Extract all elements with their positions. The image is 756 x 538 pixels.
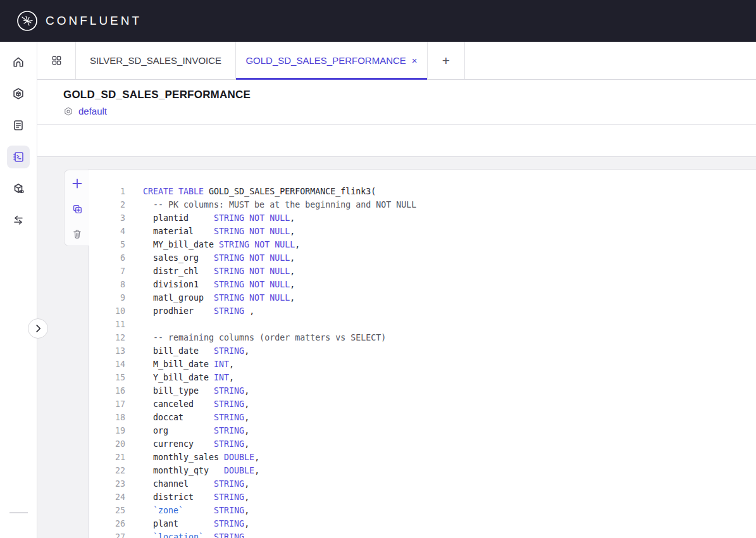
code-line: 4 material STRING NOT NULL,	[89, 225, 756, 238]
delete-cell-button[interactable]	[70, 227, 85, 242]
code-line: 9 matl_group STRING NOT NULL,	[89, 291, 756, 304]
line-content: channel STRING,	[143, 477, 249, 491]
chevron-right-icon	[28, 318, 47, 339]
line-number: 7	[89, 265, 125, 278]
line-number: 27	[89, 530, 125, 538]
line-content: -- PK columns: MUST be at the beginning …	[143, 198, 416, 211]
code-line: 20 currency STRING,	[89, 437, 756, 451]
home-icon	[12, 56, 25, 68]
plus-icon	[71, 178, 83, 189]
cell-toolbar	[64, 170, 89, 246]
code-line: 10 prodhier STRING ,	[89, 304, 756, 318]
page-title: GOLD_SD_SALES_PERFORMANCE	[63, 89, 756, 101]
add-tab-button[interactable]: +	[427, 42, 465, 79]
sidebar-item-home[interactable]	[7, 51, 30, 73]
trash-icon	[71, 228, 83, 240]
line-number: 10	[89, 304, 125, 318]
confluent-spark-icon	[16, 10, 38, 32]
code-line: 5 MY_bill_date STRING NOT NULL,	[89, 238, 756, 251]
transfer-icon	[12, 214, 25, 227]
sidebar-item-connectors[interactable]	[7, 177, 30, 200]
workspace-tabbar: SILVER_SD_SALES_INVOICEGOLD_SD_SALES_PER…	[37, 42, 756, 80]
line-content: bill_date STRING,	[143, 344, 249, 358]
line-number: 17	[89, 397, 125, 411]
line-content: division1 STRING NOT NULL,	[143, 278, 295, 291]
duplicate-icon	[71, 203, 83, 215]
sidebar-item-topics[interactable]	[7, 114, 30, 137]
grid-icon	[51, 55, 62, 66]
line-content: monthly_sales DOUBLE,	[143, 451, 259, 464]
line-number: 21	[89, 451, 125, 464]
line-content: matl_group STRING NOT NULL,	[143, 291, 295, 304]
workspaces-grid-button[interactable]	[37, 42, 75, 79]
line-number: 26	[89, 517, 125, 530]
line-number: 16	[89, 384, 125, 397]
line-number: 2	[89, 198, 125, 211]
expand-panel-button[interactable]	[28, 318, 48, 339]
line-number: 13	[89, 344, 125, 358]
line-content: M_bill_date INT,	[143, 358, 234, 371]
line-number: 3	[89, 211, 125, 225]
line-number: 4	[89, 225, 125, 238]
sidebar-item-transfer[interactable]	[7, 209, 30, 232]
code-line: 24 district STRING,	[89, 491, 756, 504]
environments-icon	[12, 87, 25, 100]
line-number: 24	[89, 491, 125, 504]
code-line: 11	[89, 318, 756, 331]
code-line: 13 bill_date STRING,	[89, 344, 756, 358]
line-number: 9	[89, 291, 125, 304]
line-content: sales_org STRING NOT NULL,	[143, 251, 295, 265]
line-number: 11	[89, 318, 125, 331]
line-content: `location` STRING,	[143, 530, 249, 538]
line-content: doccat STRING,	[143, 411, 249, 424]
line-content: MY_bill_date STRING NOT NULL,	[143, 238, 300, 251]
line-number: 22	[89, 464, 125, 477]
line-content: currency STRING,	[143, 437, 249, 451]
line-number: 18	[89, 411, 125, 424]
line-content: Y_bill_date INT,	[143, 371, 234, 384]
code-line: 19 org STRING,	[89, 424, 756, 437]
brand-name: CONFLUENT	[46, 14, 142, 28]
code-lines: 1CREATE TABLE GOLD_SD_SALES_PERFORMANCE_…	[89, 185, 756, 538]
tab-label: SILVER_SD_SALES_INVOICE	[90, 55, 221, 66]
line-content: plantid STRING NOT NULL,	[143, 211, 295, 225]
close-tab-icon[interactable]: ×	[412, 56, 418, 65]
sql-code-editor[interactable]: 1CREATE TABLE GOLD_SD_SALES_PERFORMANCE_…	[89, 169, 756, 538]
sidebar-item-environments[interactable]	[7, 82, 30, 105]
confluent-logo[interactable]: CONFLUENT	[16, 10, 142, 32]
connectors-icon	[12, 182, 25, 195]
code-line: 14 M_bill_date INT,	[89, 358, 756, 371]
code-line: 18 doccat STRING,	[89, 411, 756, 424]
line-content: `zone` STRING,	[143, 504, 249, 517]
line-content: plant STRING,	[143, 517, 249, 530]
code-line: 8 division1 STRING NOT NULL,	[89, 278, 756, 291]
line-content: prodhier STRING ,	[143, 304, 254, 318]
environment-icon	[63, 106, 73, 116]
line-number: 8	[89, 278, 125, 291]
add-cell-button[interactable]	[70, 176, 85, 191]
environment-link[interactable]: default	[78, 106, 107, 116]
code-line: 21 monthly_sales DOUBLE,	[89, 451, 756, 464]
code-line: 3 plantid STRING NOT NULL,	[89, 211, 756, 225]
line-content: monthly_qty DOUBLE,	[143, 464, 259, 477]
code-line: 26 plant STRING,	[89, 517, 756, 530]
tab-gold_sd_sales_performance[interactable]: GOLD_SD_SALES_PERFORMANCE×	[235, 42, 427, 79]
line-content: district STRING,	[143, 491, 249, 504]
code-line: 23 channel STRING,	[89, 477, 756, 491]
line-number: 1	[89, 185, 125, 198]
page-title-section: GOLD_SD_SALES_PERFORMANCE default	[37, 80, 756, 125]
code-line: 25 `zone` STRING,	[89, 504, 756, 517]
app-header: CONFLUENT	[0, 0, 756, 42]
line-content: org STRING,	[143, 424, 249, 437]
line-content: material STRING NOT NULL,	[143, 225, 295, 238]
line-number: 25	[89, 504, 125, 517]
line-number: 15	[89, 371, 125, 384]
duplicate-cell-button[interactable]	[70, 201, 85, 216]
sidebar-item-sql-workspace[interactable]	[7, 146, 30, 168]
tab-silver_sd_sales_invoice[interactable]: SILVER_SD_SALES_INVOICE	[75, 42, 235, 79]
code-line: 6 sales_org STRING NOT NULL,	[89, 251, 756, 265]
line-content: canceled STRING,	[143, 397, 249, 411]
sidebar-divider	[9, 512, 28, 513]
left-nav-sidebar	[0, 42, 37, 538]
code-line: 1CREATE TABLE GOLD_SD_SALES_PERFORMANCE_…	[89, 185, 756, 198]
